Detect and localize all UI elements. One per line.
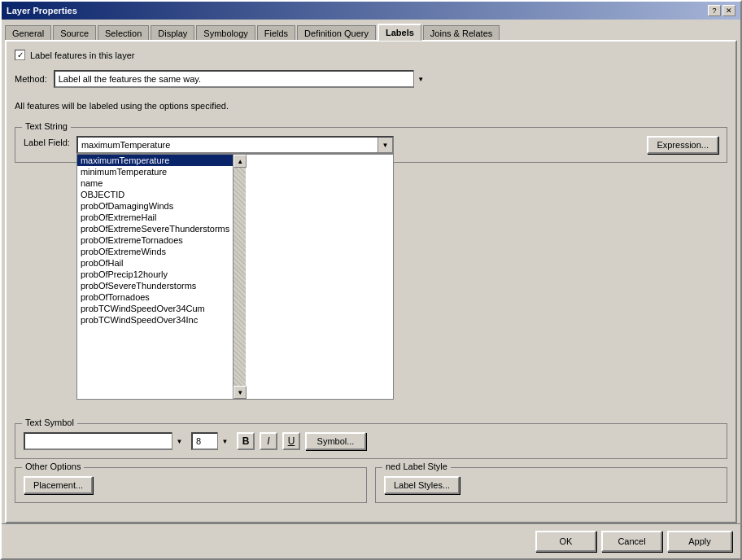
other-options-group: Other Options Placement...: [15, 467, 367, 503]
text-symbol-row: ▼ 8 ▼ B I U Symbol...: [24, 432, 718, 450]
dropdown-item[interactable]: OBJECTID: [77, 189, 233, 200]
layer-properties-window: Layer Properties ? ✕ General Source Sele…: [0, 0, 742, 560]
title-bar: Layer Properties ? ✕: [2, 2, 740, 20]
text-symbol-label: Text Symbol: [22, 418, 77, 427]
underline-button[interactable]: U: [282, 432, 300, 450]
method-select-wrapper: Label all the features the same way.Defi…: [54, 70, 428, 88]
dropdown-item[interactable]: probTCWindSpeedOver34Cum: [77, 303, 233, 314]
description-text: All features will be labeled using the o…: [15, 101, 727, 111]
tab-bar: General Source Selection Display Symbolo…: [2, 20, 740, 40]
label-field-value: maximumTemperature: [81, 140, 170, 150]
scroll-down-arrow-icon[interactable]: ▼: [234, 386, 247, 399]
dropdown-item[interactable]: probOfTornadoes: [77, 291, 233, 303]
tab-content: Label features in this layer Method: Lab…: [5, 40, 737, 523]
help-button[interactable]: ?: [708, 5, 721, 16]
label-field-dropdown-button[interactable]: maximumTemperature ▼: [76, 136, 394, 154]
text-string-group: Text String Label Field: maximumTemperat…: [15, 127, 727, 163]
text-symbol-group: Text Symbol ▼ 8 ▼ B I U Symbol...: [15, 423, 727, 459]
dropdown-item[interactable]: probOfExtremeHail: [77, 212, 233, 223]
label-field-label: Label Field:: [24, 136, 70, 147]
close-button[interactable]: ✕: [722, 5, 735, 16]
other-options-label: Other Options: [22, 462, 84, 471]
window-title: Layer Properties: [7, 6, 77, 15]
scroll-up-arrow-icon[interactable]: ▲: [234, 155, 247, 168]
label-field-row: Label Field: maximumTemperature ▼ maximu…: [24, 136, 718, 154]
font-size-select[interactable]: 8: [191, 432, 232, 450]
cancel-button[interactable]: Cancel: [601, 531, 662, 552]
dropdown-scrollbar-container: maximumTemperatureminimumTemperaturename…: [77, 155, 393, 399]
dropdown-item[interactable]: probOfSevereThunderstorms: [77, 280, 233, 291]
method-label: Method:: [15, 74, 47, 84]
symbol-button[interactable]: Symbol...: [305, 432, 366, 450]
dropdown-item[interactable]: name: [77, 177, 233, 189]
dropdown-list-scroll[interactable]: maximumTemperatureminimumTemperaturename…: [77, 155, 233, 399]
bottom-bar: OK Cancel Apply: [2, 523, 740, 558]
font-size-select-wrapper: 8 ▼: [191, 432, 232, 450]
label-style-group: ned Label Style Label Styles...: [375, 467, 727, 503]
text-string-label: Text String: [22, 121, 71, 131]
italic-button[interactable]: I: [260, 432, 277, 450]
dropdown-item[interactable]: minimumTemperature: [77, 166, 233, 177]
label-features-checkbox[interactable]: [15, 50, 25, 60]
dropdown-item[interactable]: probOfPrecip12hourly: [77, 269, 233, 280]
other-options-content: Placement...: [24, 476, 358, 494]
dropdown-item[interactable]: probOfExtremeSevereThunderstorms: [77, 223, 233, 234]
label-style-label: ned Label Style: [382, 462, 451, 471]
apply-button[interactable]: Apply: [667, 531, 732, 552]
font-select-wrapper: ▼: [24, 432, 186, 450]
method-row: Method: Label all the features the same …: [15, 70, 727, 88]
dropdown-item[interactable]: probTCWindSpeedOver34Inc: [77, 314, 233, 326]
vertical-scrollbar[interactable]: ▲ ▼: [233, 155, 246, 399]
method-select[interactable]: Label all the features the same way.Defi…: [54, 70, 428, 88]
dropdown-item[interactable]: probOfHail: [77, 257, 233, 269]
label-field-dropdown-arrow-icon: ▼: [378, 138, 392, 152]
bottom-groups: Other Options Placement... ned Label Sty…: [15, 467, 727, 511]
label-style-content: Label Styles...: [384, 476, 718, 494]
label-features-label: Label features in this layer: [30, 50, 134, 60]
dropdown-item[interactable]: probOfExtremeTornadoes: [77, 234, 233, 246]
dropdown-item[interactable]: probOfDamagingWinds: [77, 200, 233, 212]
dropdown-item[interactable]: maximumTemperature: [77, 155, 233, 166]
label-field-dropdown-container: maximumTemperature ▼ maximumTemperaturem…: [76, 136, 641, 154]
expression-button[interactable]: Expression...: [647, 136, 718, 154]
placement-button[interactable]: Placement...: [24, 476, 93, 494]
label-field-dropdown-list: maximumTemperatureminimumTemperaturename…: [76, 154, 394, 400]
font-select[interactable]: [24, 432, 186, 450]
title-bar-buttons: ? ✕: [708, 5, 735, 16]
ok-button[interactable]: OK: [535, 531, 596, 552]
label-features-row: Label features in this layer: [15, 50, 727, 60]
dropdown-item[interactable]: probOfExtremeWinds: [77, 246, 233, 257]
label-styles-button[interactable]: Label Styles...: [384, 476, 460, 494]
bold-button[interactable]: B: [237, 432, 255, 450]
tab-labels[interactable]: Labels: [378, 24, 421, 41]
scroll-thumb[interactable]: [234, 168, 246, 386]
